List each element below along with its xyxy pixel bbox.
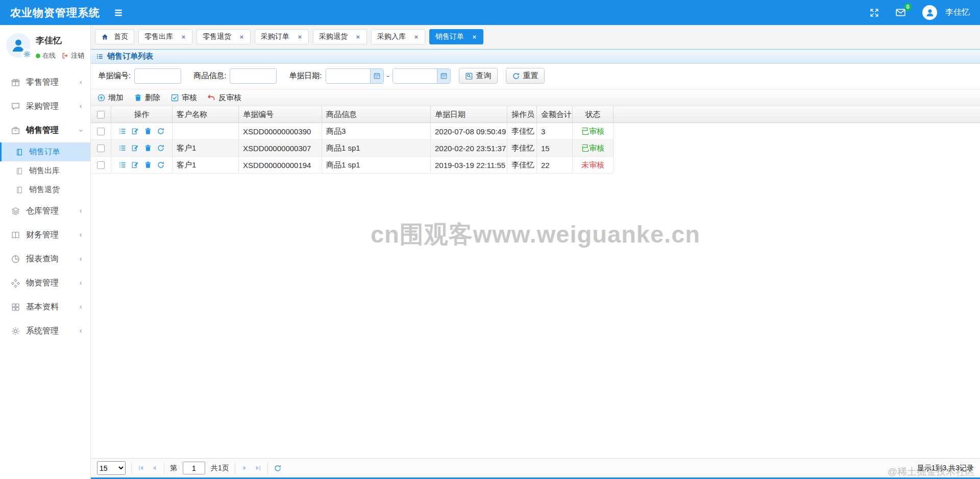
row-checkbox[interactable] [97,161,105,169]
table-row[interactable]: 客户1 XSDD00000000194 商品1 sp1 2019-03-19 2… [91,157,614,174]
date-to-input[interactable] [393,69,437,83]
document-icon [14,148,24,156]
close-icon[interactable] [355,34,361,40]
product-info-label: 商品信息: [193,71,226,81]
tab-retail-outbound[interactable]: 零售出库 [138,29,192,44]
cell-date: 2019-03-19 22:11:55 [431,157,507,173]
tab-sales-order[interactable]: 销售订单 [429,29,483,44]
next-page-icon[interactable] [241,464,249,472]
unaudit-button[interactable]: 反审核 [207,93,241,103]
sidebar-avatar [6,33,31,58]
close-icon[interactable] [297,34,303,40]
chat-icon [10,102,20,111]
sidebar-item-system[interactable]: 系统管理 [0,319,90,343]
column-header-customer[interactable]: 客户名称 [173,106,239,123]
reset-button[interactable]: 重置 [506,68,545,84]
grid-header-row: 操作 客户名称 单据编号 商品信息 单据日期 操作员 金额合计 状态 [91,106,980,123]
trash-icon [134,93,142,102]
tab-purchase-return[interactable]: 采购退货 [313,29,367,44]
date-from-input[interactable] [326,69,370,83]
search-button[interactable]: 查询 [459,68,498,84]
row-checkbox[interactable] [97,128,105,135]
topbar-username[interactable]: 李佳忆 [945,7,970,18]
detail-icon[interactable] [118,144,127,152]
chevron-down-icon [78,127,84,134]
audit-button[interactable]: 审核 [170,93,197,103]
sidebar-item-warehouse[interactable]: 仓库管理 [0,199,90,223]
refresh-icon[interactable] [157,127,165,135]
edit-icon[interactable] [131,127,139,135]
delete-button[interactable]: 删除 [134,93,160,103]
sidebar-item-finance[interactable]: 财务管理 [0,223,90,247]
sidebar-item-sales-return[interactable]: 销售退货 [0,180,90,199]
select-all-checkbox[interactable] [97,111,105,118]
user-avatar[interactable] [922,5,937,20]
calendar-icon[interactable] [370,69,383,83]
edit-icon[interactable] [131,161,139,169]
sidebar-item-purchase[interactable]: 采购管理 [0,94,90,118]
detail-icon[interactable] [118,161,127,169]
messages-icon[interactable]: 0 [895,7,906,18]
menu-toggle-icon[interactable] [113,8,124,18]
sidebar-item-materials[interactable]: 物资管理 [0,271,90,295]
filter-bar: 单据编号: 商品信息: 单据日期: - 查询 重置 [91,64,980,88]
product-info-input[interactable] [230,68,277,84]
gear-icon [21,49,33,60]
cell-operator: 李佳忆 [507,140,537,156]
sidebar-item-retail[interactable]: 零售管理 [0,70,90,94]
cell-date: 2020-07-08 09:50:49 [431,123,507,139]
column-header-status[interactable]: 状态 [573,106,614,123]
calendar-icon[interactable] [437,69,450,83]
add-button[interactable]: 增加 [97,93,124,103]
cell-amount: 22 [537,157,573,173]
edit-icon[interactable] [131,144,139,152]
refresh-icon[interactable] [157,161,165,169]
refresh-icon[interactable] [157,144,165,152]
app-window: 农业物资管理系统 0 李佳忆 李佳忆 在线 [0,0,980,479]
column-header-actions[interactable]: 操作 [111,106,173,123]
tab-purchase-order[interactable]: 采购订单 [255,29,309,44]
prev-page-icon[interactable] [151,464,158,472]
page-size-select[interactable]: 15 [97,461,126,475]
page-prefix-label: 第 [170,464,177,473]
tab-retail-return[interactable]: 零售退货 [197,29,251,44]
trash-icon[interactable] [144,161,152,169]
watermark: cn围观客www.weiguanke.cn [371,219,700,251]
logout-link[interactable]: 注销 [71,51,84,60]
page-number-input[interactable] [183,462,205,474]
table-row[interactable]: 客户1 XSDD00000000307 商品1 sp1 2020-02-20 2… [91,140,614,157]
close-icon[interactable] [239,34,244,40]
refresh-icon[interactable] [274,464,282,472]
close-icon[interactable] [181,34,186,40]
fullscreen-icon[interactable] [870,8,879,17]
main-content: 首页 零售出库 零售退货 采购订单 采购退货 采购入库 [91,25,980,479]
column-header-order-no[interactable]: 单据编号 [239,106,322,123]
detail-icon[interactable] [118,127,127,135]
table-row[interactable]: XSDD00000000390 商品3 2020-07-08 09:50:49 … [91,123,614,140]
order-no-input[interactable] [134,68,181,84]
last-page-icon[interactable] [254,464,262,472]
date-label: 单据日期: [289,71,322,81]
sidebar-item-sales-order[interactable]: 销售订单 [0,142,90,161]
row-checkbox[interactable] [97,145,105,152]
book-icon [10,230,20,240]
home-icon [101,33,109,41]
column-header-product[interactable]: 商品信息 [322,106,431,123]
tab-home[interactable]: 首页 [95,29,134,44]
sidebar-item-sales-outbound[interactable]: 销售出库 [0,161,90,180]
first-page-icon[interactable] [137,464,145,472]
column-header-amount[interactable]: 金额合计 [537,106,573,123]
sidebar-item-basic-data[interactable]: 基本资料 [0,295,90,319]
logout-icon[interactable] [62,52,69,59]
sidebar-item-reports[interactable]: 报表查询 [0,247,90,271]
chevron-left-icon [78,208,84,214]
topbar: 农业物资管理系统 0 李佳忆 [0,0,980,25]
trash-icon[interactable] [144,144,152,152]
close-icon[interactable] [413,34,419,40]
sidebar-item-sales[interactable]: 销售管理 [0,118,90,142]
column-header-operator[interactable]: 操作员 [507,106,537,123]
column-header-date[interactable]: 单据日期 [431,106,507,123]
close-icon[interactable] [472,34,477,40]
trash-icon[interactable] [144,127,152,135]
tab-purchase-inbound[interactable]: 采购入库 [371,29,425,44]
